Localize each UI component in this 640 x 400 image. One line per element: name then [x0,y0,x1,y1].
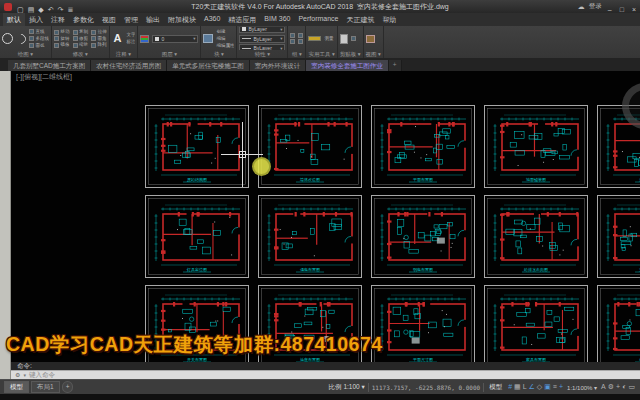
property-dropdown[interactable]: ByLayer▾ [239,27,285,33]
new-drawing-tab-button[interactable]: + [389,60,402,71]
group-tool-icon[interactable] [298,39,303,44]
layout-tab[interactable]: 模型 [4,381,29,393]
tool-创建[interactable]: 创建 [216,29,234,35]
panel-label[interactable]: 绘图 ▾ [2,50,49,58]
new-file-icon[interactable]: ▢ [15,6,26,13]
layout-tab[interactable]: 布局1 [31,381,60,393]
new-layout-button[interactable]: + [62,381,74,393]
cloud-icon[interactable]: ☁ [576,3,587,11]
tool-镜像[interactable]: 镜像 [54,42,70,48]
tool-复制[interactable]: 复制 [73,29,89,35]
osnap-icon[interactable]: ▣ [543,380,552,394]
tool-测量[interactable]: 测量 [324,36,333,42]
drawing-canvas[interactable]: [-][俯视][二维线框] 原始结构图墙体改造图平面布置图地面铺装图天花布置图灯… [0,71,640,362]
ribbon-tab[interactable]: A360 [200,13,224,26]
tool-旋转[interactable]: 旋转 [54,36,70,42]
tool-编辑[interactable]: 编辑 [216,36,234,42]
minimize-button[interactable]: – [604,6,616,13]
undo-icon[interactable]: ↶ [46,6,56,13]
floor-plan-tile[interactable]: 原始结构图 [145,105,249,188]
redo-icon[interactable]: ↷ [56,6,66,13]
text-tool-icon[interactable]: A [112,33,124,44]
property-dropdown[interactable]: ByLayer▾ [239,35,285,43]
set-base-icon[interactable] [366,35,375,43]
ribbon-tab[interactable]: 天正建筑 [343,13,379,26]
annotation-scale-button[interactable]: 1:1/100% ▾ [567,384,597,391]
panel-label[interactable]: 图层 ▾ [140,50,198,58]
tool-标注[interactable]: 标注 [126,39,135,45]
tool-缩放[interactable]: 缩放 [73,42,89,48]
file-tab[interactable]: 单元式多层住宅楼施工图 [167,60,250,71]
layer-properties-icon[interactable] [140,35,149,43]
floor-plan-tile[interactable]: 墙体改造图 [258,105,362,188]
arc-tool-icon[interactable] [14,31,28,45]
annotation-visibility-icon[interactable]: A [600,380,607,394]
group-tool-icon[interactable] [298,33,303,38]
open-file-icon[interactable]: ▤ [26,6,37,13]
layer-dropdown[interactable]: 0▾ [152,35,198,43]
command-input[interactable]: ⚙ ▾ 键入命令 [11,370,640,379]
tool-编辑属性[interactable]: 编辑属性 [216,43,234,49]
settings-gear-icon[interactable]: ⚙ [607,380,615,394]
ribbon-tab[interactable]: 附加模块 [164,13,200,26]
file-tab[interactable]: 农村住宅经济适用房图 [91,60,167,71]
tool-直线[interactable]: 直线 [29,29,49,35]
tool-圆弧[interactable]: 圆弧 [29,43,49,49]
polar-icon[interactable]: ∠ [528,380,536,394]
circle-tool-icon[interactable] [2,33,13,44]
tool-拉伸[interactable]: 拉伸 [91,29,107,35]
plot-icon[interactable]: ≣ [65,6,75,13]
tool-修剪[interactable]: 修剪 [73,36,89,42]
maximize-button[interactable]: □ [616,6,628,13]
ribbon-tab[interactable]: 视图 [98,13,120,26]
panel-label[interactable]: 特性 ▾ [239,50,285,58]
viewport-controls[interactable]: [-][俯视][二维线框] [16,72,72,82]
panel-label[interactable]: 实用工具 ▾ [308,50,334,58]
tool-圆角[interactable]: 圆角 [91,36,107,42]
model-space-button[interactable]: 模型 [487,383,504,392]
floor-plan-tile[interactable]: 立面索引图 [597,195,640,278]
file-tab[interactable]: 几套别墅CAD施工方案图 [8,60,91,71]
ribbon-tab[interactable]: 输出 [142,13,164,26]
panel-label[interactable]: 修改 ▾ [54,50,107,58]
floor-plan-tile[interactable]: 强电布置图 [258,195,362,278]
ribbon-tab[interactable]: BIM 360 [260,13,294,26]
ribbon-tab[interactable]: 管理 [120,13,142,26]
app-logo-icon[interactable] [4,3,12,11]
snap-icon[interactable]: ▦ [513,380,522,394]
group-tool-icon[interactable] [290,39,295,44]
panel-label[interactable]: 剪贴板 ▾ [340,50,361,58]
clean-screen-icon[interactable]: ▭ [627,380,636,394]
floor-plan-tile[interactable]: 给排水走向图 [484,195,588,278]
floor-plan-tile[interactable]: 吊顶尺寸图 [597,285,640,362]
isodraft-icon[interactable]: ◇ [536,380,543,394]
floor-plan-tile[interactable]: 地面铺装图 [484,105,588,188]
dynamic-input-icon[interactable]: + [558,380,564,394]
file-tab[interactable]: 室内装修全套施工图作业 [306,60,389,71]
insert-block-icon[interactable] [203,34,213,43]
tool-阵列[interactable]: 阵列 [91,42,107,48]
command-dropdown-icon[interactable]: ▾ [23,372,26,378]
scale-selector[interactable]: 比例 1:100 ▾ [329,383,365,392]
panel-label[interactable]: 块 ▾ [203,50,234,58]
save-icon[interactable]: ◆ [36,6,45,13]
floor-plan-tile[interactable]: 弱电布置图 [371,195,475,278]
floor-plan-tile[interactable]: 平面尺寸图 [371,285,475,362]
floor-plan-tile[interactable]: 家具布置图 [484,285,588,362]
group-tool-icon[interactable] [290,33,295,38]
signin-button[interactable]: 登录 [587,2,604,11]
paste-icon[interactable] [340,34,348,44]
copy-clip-icon[interactable] [351,36,356,41]
tool-文字[interactable]: 文字 [126,32,135,38]
panel-label[interactable]: 注释 ▾ [112,50,136,58]
close-button[interactable]: × [628,6,640,13]
ribbon-tab[interactable]: 帮助 [379,13,401,26]
tool-移动[interactable]: 移动 [54,29,70,35]
floor-plan-tile[interactable]: 灯具定位图 [145,195,249,278]
panel-label[interactable]: 组 ▾ [290,50,303,58]
file-tab[interactable]: 室内外环境设计 [250,60,307,71]
measure-tool-icon[interactable] [308,36,321,41]
ribbon-tab[interactable]: 精选应用 [224,13,260,26]
tool-多段线[interactable]: 多段线 [29,36,49,42]
floor-plan-tile[interactable]: 平面布置图 [371,105,475,188]
